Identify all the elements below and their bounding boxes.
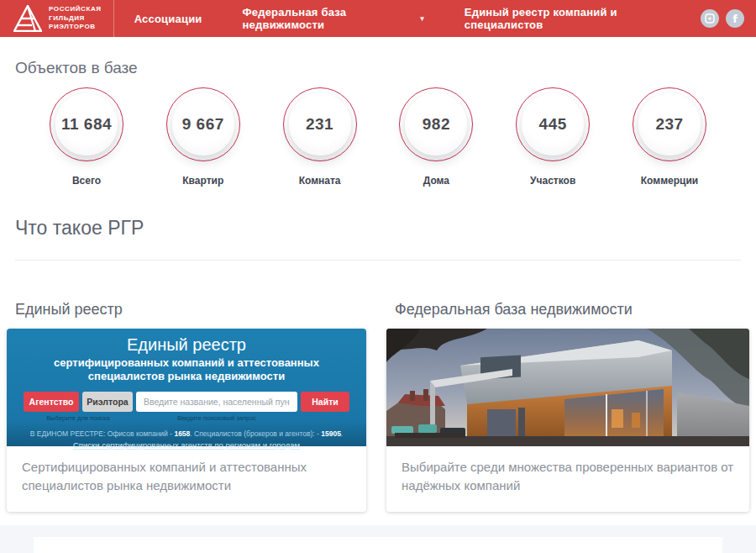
- stat-label: Квартир: [182, 175, 223, 187]
- facebook-icon[interactable]: f: [726, 9, 744, 28]
- hint-query: Введите поисковый запрос: [133, 414, 301, 422]
- nav-item-associations[interactable]: Ассоциации: [114, 0, 223, 37]
- section-divider: [15, 260, 741, 261]
- top-navbar: РОССИЙСКАЯ ГИЛЬДИЯ РИЭЛТОРОВ Ассоциации …: [0, 0, 756, 37]
- registry-counters: В ЕДИНОМ РЕЕСТРЕ: Офисов компаний - 1658…: [24, 429, 349, 438]
- nav-item-label: Федеральная база недвижимости: [243, 6, 417, 31]
- stat-commercial: 237 Коммерции: [617, 87, 722, 187]
- rgr-logo[interactable]: РОССИЙСКАЯ ГИЛЬДИЯ РИЭЛТОРОВ: [0, 0, 114, 37]
- nav-item-label: Ассоциации: [134, 13, 202, 25]
- specialists-count: 15905: [321, 429, 341, 438]
- fedbase-column: Федеральная база недвижимости: [386, 301, 749, 512]
- stat-rooms: 231 Комната: [267, 87, 373, 187]
- stat-label: Комната: [299, 175, 341, 187]
- form-hints: Выберите для поиска Введите поисковый за…: [24, 414, 349, 422]
- agency-toggle-button[interactable]: Агентство: [24, 392, 79, 412]
- realtor-toggle-button[interactable]: Риэлтора: [82, 392, 133, 412]
- stat-total: 11 684 Всего: [34, 87, 139, 187]
- nav-item-unified-registry[interactable]: Единый реестр компаний и специалистов: [444, 0, 701, 37]
- fedbase-caption: Выбирайте среди множества проверенных ва…: [386, 446, 749, 512]
- stat-value: 237: [655, 115, 683, 134]
- feature-cards: Единый реестр Единый реестр сертифициров…: [0, 301, 756, 512]
- offices-count: 1658: [174, 429, 190, 438]
- search-button[interactable]: Найти: [301, 392, 349, 412]
- registry-search-form: Агентство Риэлтора Найти: [24, 392, 349, 412]
- nav-item-label: Единый реестр компаний и специалистов: [465, 6, 680, 31]
- house-photo[interactable]: [386, 329, 749, 446]
- about-section: Что такое РГР: [0, 217, 756, 261]
- nav-item-federal-base[interactable]: Федеральная база недвижимости ▾: [223, 0, 444, 37]
- chevron-down-icon: ▾: [420, 14, 424, 23]
- stat-value: 231: [306, 115, 333, 134]
- rgr-logo-text: РОССИЙСКАЯ ГИЛЬДИЯ РИЭЛТОРОВ: [49, 5, 102, 31]
- social-links: f: [701, 9, 756, 28]
- registry-caption: Сертифицированных компаний и аттестованн…: [7, 446, 366, 512]
- fedbase-section-title: Федеральная база недвижимости: [395, 301, 749, 319]
- stat-value: 9 667: [182, 115, 224, 134]
- stat-label: Всего: [72, 175, 101, 187]
- stat-label: Дома: [423, 175, 449, 187]
- stat-value: 982: [423, 115, 450, 134]
- stat-houses: 982 Дома: [383, 87, 489, 187]
- registry-banner: Единый реестр сертифицированных компаний…: [7, 329, 366, 446]
- bottom-section: [0, 525, 756, 553]
- hint-choose: Выберите для поиска: [24, 414, 133, 422]
- instagram-icon[interactable]: [701, 9, 719, 28]
- rgr-logo-icon: [13, 5, 42, 32]
- bottom-panel: [34, 537, 722, 553]
- stat-value: 11 684: [61, 115, 112, 134]
- registry-search-input[interactable]: [136, 392, 297, 412]
- stat-label: Коммерции: [641, 175, 698, 187]
- registry-card: Единый реестр сертифицированных компаний…: [7, 329, 366, 512]
- registry-banner-subtitle: сертифицированных компаний и аттестованн…: [24, 356, 349, 384]
- stats-section: Объектов в базе 11 684 Всего 9 667 Кварт…: [0, 59, 756, 187]
- registry-column: Единый реестр Единый реестр сертифициров…: [7, 301, 366, 512]
- stat-label: Участков: [530, 175, 575, 187]
- main-nav: Ассоциации Федеральная база недвижимости…: [114, 0, 701, 37]
- stats-row: 11 684 Всего 9 667 Квартир 231 Комната 9…: [15, 87, 741, 187]
- stat-apartments: 9 667 Квартир: [150, 87, 256, 187]
- stats-title: Объектов в базе: [15, 59, 741, 77]
- fedbase-card: Выбирайте среди множества проверенных ва…: [386, 329, 749, 512]
- stat-plots: 445 Участков: [500, 87, 606, 187]
- registry-banner-title: Единый реестр: [24, 335, 349, 355]
- registry-section-title: Единый реестр: [15, 301, 366, 319]
- about-title: Что такое РГР: [15, 217, 741, 240]
- stat-value: 445: [539, 115, 567, 134]
